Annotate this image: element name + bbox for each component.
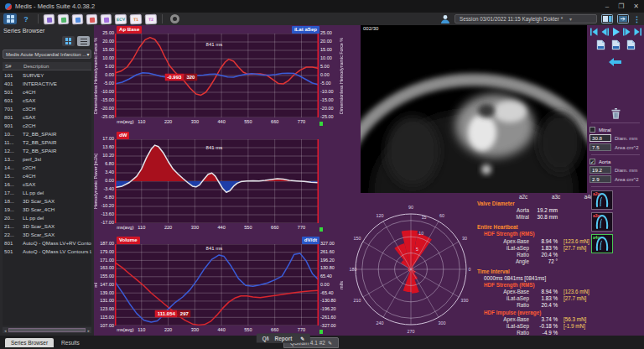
x-axis-ticks: ms(avg)110220330440550660770: [115, 224, 319, 231]
app-icon-1[interactable]: [44, 13, 55, 24]
chart-plot-area[interactable]: 841 ms-0.993320Ap BaseiLat aSep: [115, 34, 319, 117]
panel-tab-series-browser[interactable]: Series Browser: [5, 338, 54, 347]
chart-plot-area[interactable]: 841 msdW: [115, 139, 319, 223]
trash-icon[interactable]: [611, 108, 621, 119]
series-row[interactable]: 10...T2_BB_SPAIR: [3, 129, 91, 138]
mitral-diameter-field[interactable]: 30.8: [589, 134, 611, 142]
series-row[interactable]: 20...LL pp del: [3, 213, 91, 221]
next-frame-button[interactable]: [622, 28, 631, 36]
series-description: c2CH: [23, 122, 35, 128]
app-icon-t1[interactable]: T1: [130, 13, 143, 24]
view-thumbnail-a2c[interactable]: a2c: [591, 190, 613, 210]
series-row[interactable]: 19...3D Scar_4CH: [3, 205, 91, 213]
series-row[interactable]: 901c2CH: [3, 121, 91, 129]
workspace-tab-report[interactable]: Report: [269, 333, 299, 342]
panel-tab-results[interactable]: Results: [55, 338, 86, 347]
svg-text:330: 330: [461, 298, 469, 303]
list-view-button[interactable]: [77, 36, 90, 46]
thumbnail-view-button[interactable]: [62, 36, 75, 46]
series-row[interactable]: 501c4CH: [3, 87, 91, 96]
scrollbar-thumb[interactable]: [8, 328, 86, 332]
series-tag-left[interactable]: dW: [117, 132, 129, 139]
series-description: AutoQ - QMass LV Contours LAX ...: [23, 248, 91, 254]
series-browser-panel: Series Browser Medis Acute Myocardial In…: [0, 25, 94, 336]
series-tag-right[interactable]: iLat aSep: [292, 26, 319, 34]
series-row[interactable]: 17...LL pp del: [3, 188, 91, 196]
report-window-icon[interactable]: [601, 14, 613, 23]
series-row[interactable]: 101SURVEY: [3, 70, 91, 79]
view-column-label[interactable]: a3c: [552, 194, 560, 201]
series-row[interactable]: 13...perf_3sl: [3, 154, 91, 163]
minimize-button[interactable]: –: [605, 3, 609, 10]
svg-text:90: 90: [408, 205, 413, 210]
series-number: 16...: [4, 181, 23, 187]
app-icon-2[interactable]: [58, 13, 70, 24]
series-row[interactable]: 501AutoQ - QMass LV Contours LAX ...: [3, 247, 91, 255]
chart-plot-area[interactable]: 841 ms111.054297VolumedV/dt: [115, 244, 319, 326]
maximize-button[interactable]: ❐: [618, 3, 624, 10]
mri-viewport[interactable]: 002/30: [361, 25, 587, 193]
layout-grid-icon: [7, 15, 14, 23]
series-tag-right[interactable]: dV/dt: [302, 237, 319, 244]
svg-text:180: 180: [350, 267, 357, 272]
series-row[interactable]: 12...T2_BB_SPAIR: [3, 146, 91, 154]
display-layout-icon[interactable]: [617, 14, 629, 23]
export-document-icon[interactable]: [610, 39, 621, 50]
app-icon-t2[interactable]: T2: [145, 13, 158, 24]
app-icon-3[interactable]: [72, 13, 84, 24]
svg-text:10: 10: [418, 231, 423, 236]
layouts-button[interactable]: [3, 13, 17, 24]
app-icon-5[interactable]: [101, 13, 112, 24]
cycle-end-marker[interactable]: [319, 330, 323, 334]
aorta-diameter-field[interactable]: 19.2: [589, 166, 611, 174]
series-row[interactable]: 22...3D Scar_SAX: [3, 230, 91, 238]
play-button[interactable]: [611, 28, 621, 36]
session-selector[interactable]: Session 03/01/2022 11:15 Kayleigh Dokter…: [454, 14, 597, 23]
series-tag-left[interactable]: Ap Base: [117, 26, 142, 34]
export-document-icon[interactable]: [595, 39, 606, 50]
mitral-area-field[interactable]: 7.5: [589, 143, 611, 151]
series-row[interactable]: 401INTERACTIVE: [3, 79, 91, 87]
series-row[interactable]: 11...T2_BB_SPAIR: [3, 138, 91, 146]
series-number: 801: [4, 114, 23, 120]
cycle-end-marker[interactable]: [319, 122, 323, 126]
series-row[interactable]: 701c3CH: [3, 104, 91, 112]
back-arrow-icon[interactable]: [609, 58, 622, 66]
series-row[interactable]: 14...c2CH: [3, 163, 91, 171]
horizontal-scrollbar[interactable]: ◂ ▸: [3, 327, 91, 333]
scroll-left-icon[interactable]: ◂: [4, 328, 7, 333]
scroll-right-icon[interactable]: ▸: [87, 328, 90, 333]
series-row[interactable]: 601cSAX: [3, 96, 91, 104]
ring-tool-button[interactable]: [168, 13, 181, 24]
aorta-checkbox[interactable]: ✓: [589, 159, 595, 164]
svg-text:240: 240: [377, 320, 384, 326]
app-icon-ecv[interactable]: ECV: [115, 13, 127, 24]
panel-tabs: Series BrowserResults: [5, 336, 87, 349]
cycle-end-marker[interactable]: [319, 227, 323, 232]
study-dropdown[interactable]: Medis Acute Myocardial Infarction ... ▾: [3, 49, 91, 59]
view-thumbnail-a4c[interactable]: a4c: [591, 234, 613, 253]
series-tag-left[interactable]: Volume: [117, 237, 140, 244]
app-icon-4[interactable]: [86, 13, 98, 24]
series-row[interactable]: 16...cSAX: [3, 180, 91, 188]
more-options-icon[interactable]: ⋮: [633, 15, 641, 23]
series-row[interactable]: 15...c4CH: [3, 171, 91, 180]
series-row[interactable]: 18...3D Scar_SAX: [3, 196, 91, 205]
aorta-area-field[interactable]: 2.9: [589, 175, 611, 183]
view-column-label[interactable]: a2c: [519, 194, 527, 201]
export-document-icon[interactable]: [626, 39, 636, 50]
mitral-checkbox[interactable]: [589, 127, 595, 133]
results-row: Ratio20.4 %: [475, 252, 598, 258]
series-row[interactable]: 21...3D Scar_SAX: [3, 221, 91, 230]
series-description: 3D Scar_SAX: [23, 223, 55, 229]
first-frame-button[interactable]: [589, 28, 599, 36]
series-row[interactable]: 801cSAX: [3, 112, 91, 121]
series-row[interactable]: 801AutoQ - QMass LV+RV Contours: [3, 238, 91, 247]
previous-frame-button[interactable]: [600, 28, 610, 36]
last-frame-button[interactable]: [633, 28, 642, 36]
view-thumbnail-a3c[interactable]: a3c: [591, 212, 613, 232]
help-button[interactable]: ?: [19, 13, 33, 24]
close-button[interactable]: ✕: [633, 3, 639, 10]
series-number: 12...: [4, 148, 23, 154]
series-number: 19...: [4, 206, 23, 212]
